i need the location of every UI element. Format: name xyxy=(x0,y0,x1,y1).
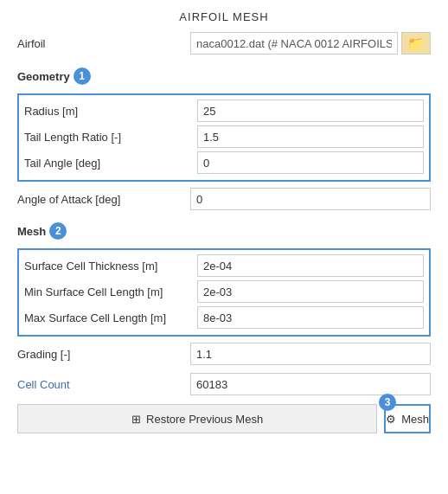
tail-length-label: Tail Length Ratio [-] xyxy=(24,131,197,144)
mesh-button-label: Mesh xyxy=(401,413,429,426)
aoa-label: Angle of Attack [deg] xyxy=(17,193,190,206)
cell-count-input[interactable] xyxy=(190,373,431,395)
grading-label: Grading [-] xyxy=(17,348,190,361)
restore-label: Restore Previous Mesh xyxy=(146,413,263,426)
mesh-group: Surface Cell Thickness [m] Min Surface C… xyxy=(17,248,431,337)
cell-count-label: Cell Count xyxy=(17,378,190,391)
mesh-badge: 2 xyxy=(49,222,67,240)
grading-input[interactable] xyxy=(190,343,431,365)
mesh-header: Mesh xyxy=(17,225,46,238)
geometry-group: Radius [m] Tail Length Ratio [-] Tail An… xyxy=(17,93,431,182)
grid-icon: ⊞ xyxy=(131,413,141,426)
airfoil-input[interactable] xyxy=(190,32,398,55)
min-surface-cell-length-label: Min Surface Cell Length [m] xyxy=(24,285,197,298)
geometry-header: Geometry xyxy=(17,70,70,83)
airfoil-label: Airfoil xyxy=(17,37,190,50)
gear-icon: ⚙ xyxy=(386,413,396,426)
max-surface-cell-length-input[interactable] xyxy=(197,306,424,329)
tail-angle-label: Tail Angle [deg] xyxy=(24,157,197,170)
folder-icon: 📁 xyxy=(407,35,425,52)
max-surface-cell-length-label: Max Surface Cell Length [m] xyxy=(24,311,197,324)
page-title: AIRFOIL MESH xyxy=(0,0,448,32)
radius-input[interactable] xyxy=(197,99,424,122)
tail-angle-input[interactable] xyxy=(197,151,424,174)
surface-cell-thickness-input[interactable] xyxy=(197,254,424,277)
min-surface-cell-length-input[interactable] xyxy=(197,280,424,303)
radius-label: Radius [m] xyxy=(24,105,197,118)
tail-length-input[interactable] xyxy=(197,125,424,148)
surface-cell-thickness-label: Surface Cell Thickness [m] xyxy=(24,260,197,273)
restore-previous-mesh-button[interactable]: ⊞ Restore Previous Mesh xyxy=(17,404,377,433)
folder-button[interactable]: 📁 xyxy=(401,32,431,55)
geometry-badge: 1 xyxy=(74,67,91,85)
aoa-input[interactable] xyxy=(190,188,431,210)
